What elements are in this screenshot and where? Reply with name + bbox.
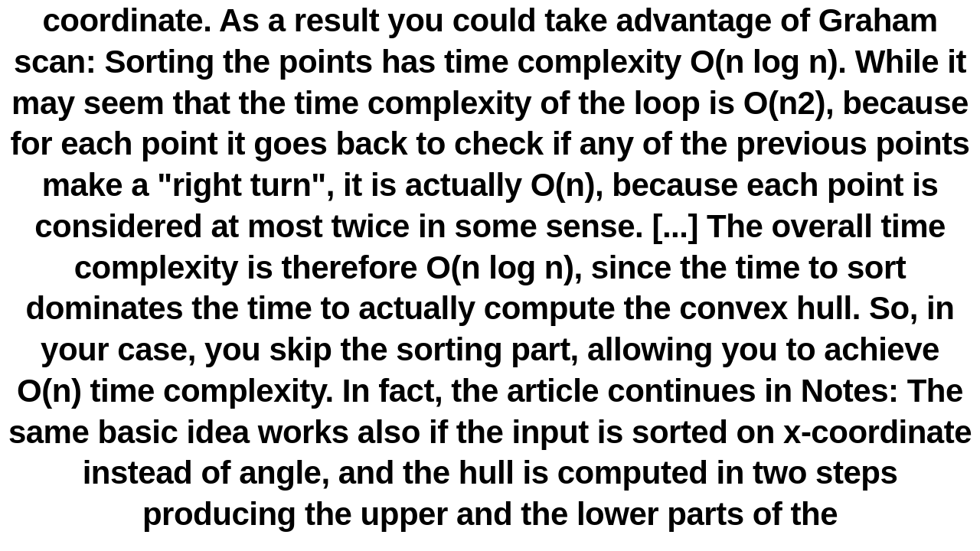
- main-text-block: coordinate. As a result you could take a…: [0, 0, 980, 535]
